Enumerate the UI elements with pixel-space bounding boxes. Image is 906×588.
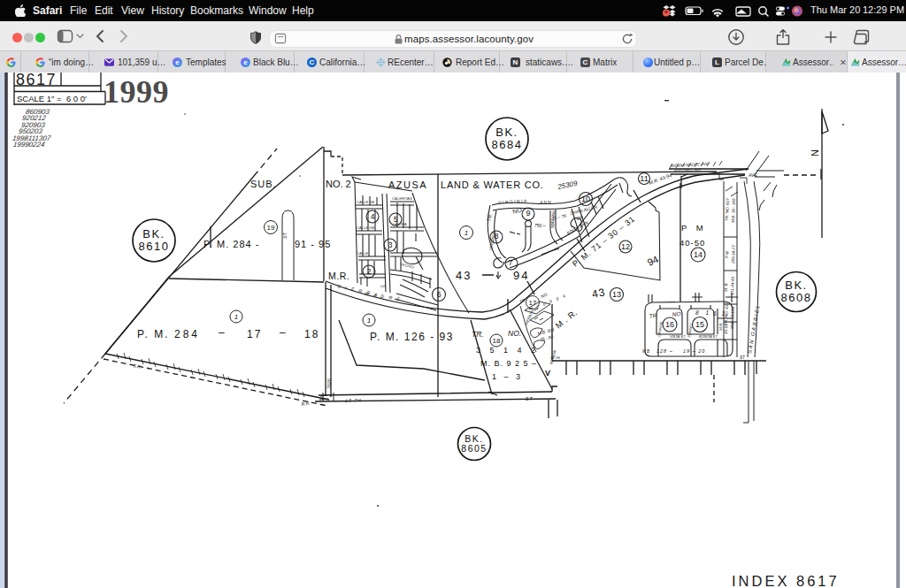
svg-text:4: 4 — [371, 212, 375, 221]
svg-text:S.R.: S.R. — [133, 363, 142, 370]
svg-text:8610: 8610 — [139, 240, 170, 253]
svg-text:M.R.: M.R. — [718, 322, 723, 331]
svg-text:289-16-77: 289-16-77 — [731, 244, 736, 264]
svg-text:TR.: TR. — [486, 212, 493, 222]
svg-text:8605: 8605 — [461, 443, 487, 454]
svg-text:P. M. 284 -: P. M. 284 - — [203, 239, 259, 249]
svg-text:131-44-45: 131-44-45 — [730, 276, 735, 295]
svg-text:DR: DR — [380, 284, 386, 288]
svg-text:43: 43 — [591, 286, 607, 301]
svg-text:P. M. 126 - 93: P. M. 126 - 93 — [370, 331, 454, 343]
svg-text:FOOTHILL AVE: FOOTHILL AVE — [674, 167, 702, 173]
svg-text:LA LIMA: LA LIMA — [393, 222, 407, 226]
svg-text:3 5 1 4 2: 3 5 1 4 2 — [476, 346, 539, 355]
svg-text:ST: ST — [740, 355, 746, 360]
svg-text:19990224: 19990224 — [12, 141, 45, 149]
svg-text:–: – — [280, 326, 286, 339]
svg-text:CALLE: CALLE — [357, 251, 368, 256]
svg-text:91 - 95: 91 - 95 — [295, 239, 331, 249]
svg-text:19: 19 — [267, 224, 275, 232]
svg-text:NO. 2: NO. 2 — [326, 179, 351, 189]
svg-text:M.R.: M.R. — [328, 271, 349, 281]
svg-text:7020: 7020 — [326, 378, 332, 389]
svg-text:10 TH: 10 TH — [345, 397, 362, 403]
svg-text:11 TH: 11 TH — [550, 355, 560, 360]
svg-text:40-50: 40-50 — [680, 238, 705, 248]
svg-text:94: 94 — [646, 254, 660, 268]
svg-text:M.B. 16 - 105: M.B. 16 - 105 — [731, 198, 736, 223]
svg-text:1: 1 — [367, 317, 371, 325]
svg-text:1 – 3: 1 – 3 — [492, 372, 523, 381]
svg-text:CALLE DE: CALLE DE — [357, 200, 374, 204]
svg-text:16: 16 — [665, 320, 674, 329]
svg-text:AVE.: AVE. — [748, 172, 758, 178]
svg-text:12: 12 — [621, 242, 630, 251]
svg-text:18: 18 — [493, 337, 501, 345]
svg-text:7: 7 — [508, 258, 512, 267]
svg-text:11: 11 — [640, 174, 648, 183]
svg-text:1: 1 — [234, 313, 238, 321]
svg-text:3: 3 — [388, 241, 393, 249]
svg-text:19 – 20: 19 – 20 — [683, 348, 705, 354]
svg-text:P.M.: P.M. — [725, 250, 729, 258]
svg-text:17: 17 — [247, 328, 262, 340]
svg-text:13: 13 — [612, 290, 621, 299]
svg-text:8608: 8608 — [781, 291, 812, 304]
svg-text:BK.: BK. — [465, 433, 483, 444]
svg-text:128 –: 128 – — [656, 348, 673, 354]
svg-text:NO.: NO. — [508, 329, 521, 338]
svg-text:M. B. 9 2 5 –: M. B. 9 2 5 – — [480, 359, 537, 368]
svg-text:ST.: ST. — [282, 232, 288, 239]
svg-text:8684: 8684 — [492, 138, 523, 151]
svg-text:CALERITAS: CALERITAS — [392, 196, 412, 201]
svg-text:1999: 1999 — [104, 74, 169, 110]
svg-text:SCALE 1″ = 6 0 0′: SCALE 1″ = 6 0 0′ — [17, 94, 87, 103]
svg-text:9: 9 — [526, 209, 530, 218]
svg-text:BK.: BK. — [785, 279, 807, 292]
svg-text:6: 6 — [437, 290, 441, 299]
svg-text:VIRGINIA: VIRGINIA — [488, 231, 497, 251]
svg-text:14: 14 — [694, 250, 703, 259]
svg-text:BONITA ST: BONITA ST — [699, 334, 718, 339]
svg-text:VISTA ST: VISTA ST — [670, 334, 686, 339]
svg-text:15: 15 — [695, 320, 704, 329]
svg-text:P. M.: P. M. — [137, 328, 169, 340]
svg-text:TR.: TR. — [472, 330, 484, 339]
svg-text:N: N — [810, 149, 820, 157]
svg-text:BK.: BK. — [142, 227, 165, 241]
svg-text:CALLE DE: CALLE DE — [357, 225, 374, 230]
svg-text:INDEX 8617: INDEX 8617 — [732, 573, 840, 588]
svg-text:284: 284 — [174, 328, 200, 340]
svg-text:2: 2 — [367, 267, 372, 276]
svg-text:SUB.: SUB. — [250, 179, 277, 189]
svg-text:M A D R E: M A D R E — [365, 291, 403, 302]
svg-text:M. B.: M. B. — [724, 282, 728, 292]
svg-text:750 –: 750 – — [534, 223, 546, 228]
svg-text:VIRGINIA: VIRGINIA — [498, 198, 528, 205]
svg-text:V: V — [545, 369, 550, 378]
svg-text:8 1: 8 1 — [695, 309, 711, 316]
svg-text:10: 10 — [581, 195, 590, 203]
svg-text:TR. NO. 627: TR. NO. 627 — [725, 198, 730, 221]
svg-text:AZUSA: AZUSA — [388, 179, 427, 190]
svg-text:M B: M B — [642, 349, 649, 354]
svg-text:8617: 8617 — [16, 73, 57, 88]
svg-text:25309: 25309 — [557, 179, 579, 191]
svg-text:R.R.: R.R. — [301, 400, 311, 407]
svg-text:94: 94 — [513, 269, 529, 282]
svg-text:P M: P M — [681, 223, 707, 233]
svg-text:18: 18 — [304, 328, 319, 340]
svg-text:M . R.: M . R. — [553, 307, 579, 330]
svg-text:BK.: BK. — [495, 126, 518, 139]
svg-text:TR: TR — [649, 312, 657, 319]
svg-text:LAND & WATER CO.: LAND & WATER CO. — [441, 179, 544, 190]
svg-text:NO.: NO. — [541, 292, 549, 299]
svg-text:1: 1 — [465, 229, 468, 237]
svg-text:–: – — [219, 326, 225, 339]
svg-text:ANN: ANN — [539, 200, 552, 205]
svg-text:ST: ST — [526, 396, 534, 401]
svg-text:6 1: 6 1 — [713, 310, 726, 317]
svg-text:43: 43 — [456, 269, 472, 282]
svg-text:VECINO: VECINO — [400, 262, 416, 270]
svg-text:43-94: 43-94 — [724, 324, 728, 334]
